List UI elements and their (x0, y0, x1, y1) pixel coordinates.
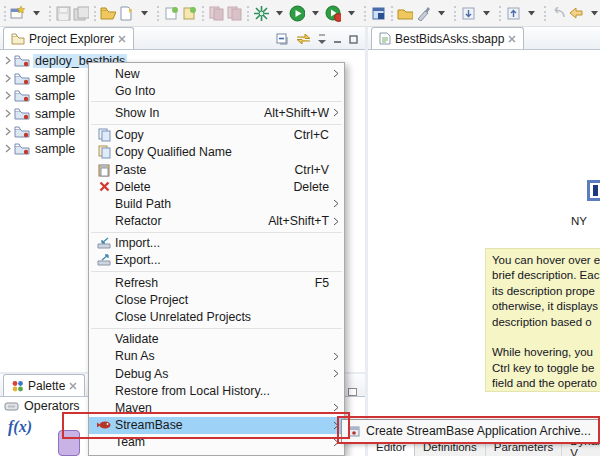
new-wizard-icon[interactable] (9, 3, 27, 24)
drawer-icon (4, 402, 19, 411)
save-icon[interactable] (54, 3, 72, 24)
chevron-right-icon[interactable] (5, 91, 11, 100)
tree-item-label[interactable]: sample (33, 71, 77, 85)
menu-separator (91, 328, 342, 329)
palette-function-item[interactable]: f(x) (8, 418, 32, 436)
dropdown-icon[interactable] (432, 3, 450, 24)
menu-separator (91, 232, 342, 233)
tree-item-label[interactable]: sample (33, 107, 77, 121)
tab-project-explorer[interactable]: Project Explorer (3, 27, 134, 49)
chevron-right-icon[interactable] (5, 109, 11, 118)
chevron-right-icon[interactable] (5, 56, 11, 65)
menu-item-copy[interactable]: CopyCtrl+C (89, 127, 344, 144)
project-icon (14, 142, 30, 155)
submenu-chevron-icon (334, 199, 339, 208)
dropdown-icon[interactable] (522, 3, 540, 24)
menu-item-new[interactable]: New (89, 65, 344, 82)
open-folder-icon[interactable] (396, 3, 414, 24)
menu-item-paste[interactable]: PasteCtrl+V (89, 161, 344, 178)
maximize-icon[interactable] (348, 388, 357, 396)
input-stream-icon[interactable] (587, 180, 600, 201)
close-icon[interactable] (508, 35, 516, 43)
menu-item-export[interactable]: Export... (89, 252, 344, 269)
collapse-all-icon[interactable] (276, 33, 289, 45)
close-icon[interactable] (118, 35, 126, 43)
palette-section-operators[interactable]: Operators (4, 399, 80, 413)
tab-palette[interactable]: Palette (3, 374, 85, 396)
streambase-submenu: Create StreamBase Application Archive... (341, 419, 600, 443)
menu-item-maven[interactable]: Maven (89, 399, 344, 416)
menu-item-show-in[interactable]: Show InAlt+Shift+W (89, 104, 344, 121)
streambase-icon (97, 420, 111, 430)
tree-item-label[interactable]: sample (33, 142, 77, 156)
push-up-icon[interactable] (504, 3, 522, 24)
menu-separator (91, 101, 342, 102)
menu-item-refresh[interactable]: RefreshF5 (89, 274, 344, 291)
link-editor-icon[interactable] (296, 33, 311, 45)
dropdown-icon[interactable] (27, 3, 45, 24)
tree-item-label[interactable]: sample (33, 124, 77, 138)
menu-item-go-into[interactable]: Go Into (89, 82, 344, 99)
menu-item-build-path[interactable]: Build Path (89, 195, 344, 212)
maximize-icon[interactable] (349, 35, 358, 44)
new-java-icon[interactable] (180, 3, 198, 24)
menu-item-delete[interactable]: DeleteDelete (89, 178, 344, 195)
dropdown-icon[interactable] (270, 3, 288, 24)
dropdown-icon[interactable] (135, 3, 153, 24)
debug-fragment-icon[interactable] (252, 3, 270, 24)
menu-item-restore-from-local-history[interactable]: Restore from Local History... (89, 382, 344, 399)
editor-tabstrip: BestBidsAsks.sbapp (368, 27, 600, 50)
view-menu-icon[interactable] (318, 34, 326, 44)
menu-item-streambase[interactable]: StreamBase (89, 417, 344, 434)
project-explorer-toolbar (276, 33, 358, 45)
export-icon (97, 254, 111, 266)
note-line: field and the operato (492, 376, 600, 391)
menu-item-run-as[interactable]: Run As (89, 348, 344, 365)
dropdown-icon[interactable] (477, 3, 495, 24)
tree-item-label[interactable]: sample (33, 89, 77, 103)
menu-item-refactor[interactable]: RefactorAlt+Shift+T (89, 213, 344, 230)
note-line (492, 330, 600, 345)
save-all-icon[interactable] (72, 3, 90, 24)
menu-item-debug-as[interactable]: Debug As (89, 365, 344, 382)
new-interface-icon[interactable] (162, 3, 180, 24)
menu-item-close-project[interactable]: Close Project (89, 291, 344, 308)
run-icon[interactable] (288, 3, 306, 24)
fetch-down-icon[interactable] (459, 3, 477, 24)
note-line: description based o (492, 315, 600, 330)
tab-bestbidsasks[interactable]: BestBidsAsks.sbapp (371, 27, 524, 49)
copy-disabled-icon (207, 3, 225, 24)
last-edit-icon (549, 3, 567, 24)
dropdown-icon[interactable] (306, 3, 324, 24)
palette-icon (11, 380, 24, 392)
new-file-icon[interactable] (117, 3, 135, 24)
project-icon (14, 72, 30, 85)
dropdown-icon[interactable] (342, 3, 360, 24)
chevron-right-icon[interactable] (5, 144, 11, 153)
note-line: You can hover over e (492, 253, 600, 268)
brush-icon[interactable] (414, 3, 432, 24)
chevron-right-icon[interactable] (5, 74, 11, 83)
run-trace-icon[interactable] (324, 3, 342, 24)
menu-item-validate[interactable]: Validate (89, 331, 344, 348)
note-line: brief description. Eac (492, 268, 600, 283)
menu-item-team[interactable]: Team (89, 434, 344, 451)
submenu-item-create-archive[interactable]: Create StreamBase Application Archive... (366, 424, 591, 438)
submenu-chevron-icon (334, 352, 339, 361)
menu-item-copy-qualified-name[interactable]: Copy Qualified Name (89, 144, 344, 161)
menu-item-close-unrelated-projects[interactable]: Close Unrelated Projects (89, 308, 344, 325)
project-icon (14, 54, 30, 67)
import-icon (97, 237, 111, 249)
open-project-icon[interactable] (99, 3, 117, 24)
back-icon[interactable] (567, 3, 585, 24)
dropdown-icon[interactable] (585, 3, 600, 24)
paste-icon (98, 163, 110, 177)
open-window-icon[interactable] (369, 3, 387, 24)
project-explorer-icon (11, 33, 25, 45)
minimize-icon[interactable] (333, 35, 342, 44)
palette-operator-icon[interactable] (58, 430, 80, 456)
palette-section-label: Operators (24, 399, 80, 413)
menu-item-import[interactable]: Import... (89, 235, 344, 252)
close-icon[interactable] (69, 382, 77, 390)
chevron-right-icon[interactable] (5, 127, 11, 136)
